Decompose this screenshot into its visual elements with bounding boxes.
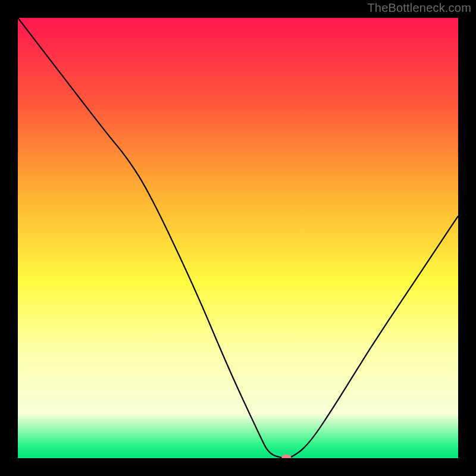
bottleneck-chart xyxy=(18,18,458,458)
plot-area xyxy=(18,18,458,458)
gradient-background xyxy=(18,18,458,458)
chart-frame: TheBottleneck.com xyxy=(0,0,476,476)
watermark-text: TheBottleneck.com xyxy=(367,1,471,15)
current-point-marker xyxy=(281,455,291,458)
